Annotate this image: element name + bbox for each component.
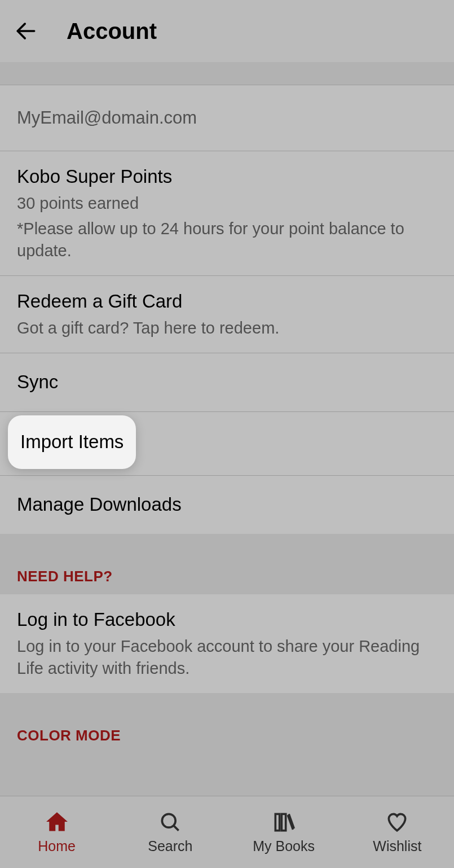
gift-sub: Got a gift card? Tap here to redeem. <box>17 317 437 339</box>
tab-wishlist[interactable]: Wishlist <box>341 796 454 868</box>
home-icon <box>45 810 69 835</box>
facebook-title: Log in to Facebook <box>17 608 437 632</box>
tab-search[interactable]: Search <box>113 796 227 868</box>
books-icon <box>271 810 296 835</box>
sync-label: Sync <box>17 370 437 394</box>
bottom-tabbar: Home Search My Books Wishlist <box>0 796 454 868</box>
tab-mybooks-label: My Books <box>253 838 315 854</box>
tab-home[interactable]: Home <box>0 796 113 868</box>
points-row[interactable]: Kobo Super Points 30 points earned *Plea… <box>0 151 454 276</box>
gift-row[interactable]: Redeem a Gift Card Got a gift card? Tap … <box>0 276 454 353</box>
points-note: *Please allow up to 24 hours for your po… <box>17 218 437 262</box>
tab-search-label: Search <box>148 838 192 854</box>
svg-rect-4 <box>281 814 285 830</box>
email-row[interactable]: MyEmail@domain.com <box>0 85 454 151</box>
account-email: MyEmail@domain.com <box>17 108 437 128</box>
svg-point-1 <box>162 814 175 827</box>
gift-title: Redeem a Gift Card <box>17 290 437 314</box>
color-mode-header: COLOR MODE <box>0 693 454 753</box>
tab-mybooks[interactable]: My Books <box>227 796 341 868</box>
points-earned: 30 points earned <box>17 192 437 214</box>
back-button[interactable] <box>12 17 39 45</box>
sync-row[interactable]: Sync <box>0 353 454 412</box>
page-title: Account <box>67 19 157 44</box>
facebook-row[interactable]: Log in to Facebook Log in to your Facebo… <box>0 594 454 693</box>
manage-downloads-row[interactable]: Manage Downloads <box>0 476 454 534</box>
facebook-sub: Log in to your Facebook account to share… <box>17 635 437 680</box>
points-title: Kobo Super Points <box>17 165 437 189</box>
need-help-header: NEED HELP? <box>0 534 454 594</box>
svg-rect-3 <box>275 814 279 830</box>
manage-label: Manage Downloads <box>17 493 437 517</box>
arrow-left-icon <box>14 19 38 43</box>
search-icon <box>158 810 183 835</box>
svg-line-2 <box>174 826 179 831</box>
tab-home-label: Home <box>38 838 76 854</box>
import-label: Import Items <box>20 430 124 454</box>
header-bar: Account <box>0 0 454 62</box>
heart-icon <box>385 810 409 835</box>
import-items-highlight[interactable]: Import Items <box>8 415 136 469</box>
tab-wishlist-label: Wishlist <box>373 838 421 854</box>
